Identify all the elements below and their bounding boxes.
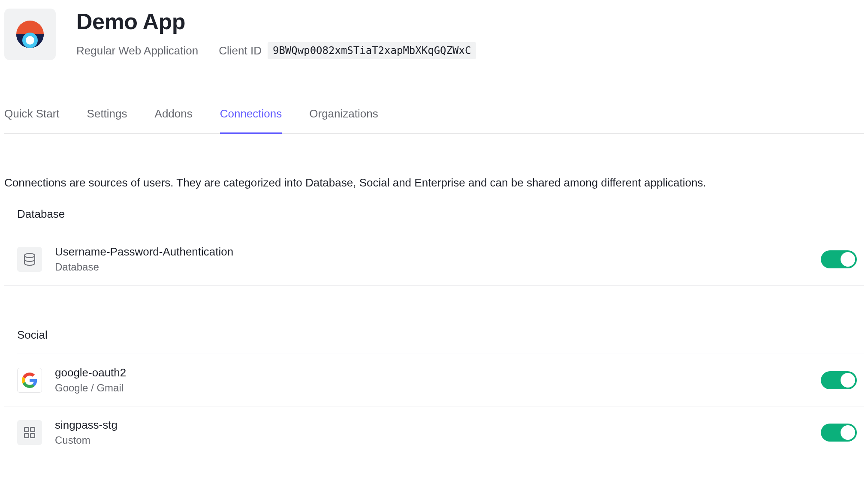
tab-organizations[interactable]: Organizations [309,107,378,133]
svg-rect-4 [30,427,35,432]
section-database-heading: Database [17,207,864,233]
database-icon [17,247,42,272]
connection-text: singpass-stg Custom [55,418,808,446]
client-id-value[interactable]: 9BWQwp0O82xmSTiaT2xapMbXKqGQZWxC [268,42,476,59]
app-logo [4,9,56,60]
connection-row-database-auth: Username-Password-Authentication Databas… [4,233,864,286]
app-logo-icon [13,17,47,51]
section-social-heading: Social [17,328,864,354]
tab-addons[interactable]: Addons [155,107,193,133]
tab-connections[interactable]: Connections [220,107,282,133]
svg-point-1 [26,36,34,45]
connection-subtitle: Google / Gmail [55,382,808,394]
svg-rect-5 [24,433,29,438]
connections-description: Connections are sources of users. They a… [4,175,864,190]
toggle-singpass[interactable] [821,424,857,442]
tab-settings[interactable]: Settings [87,107,127,133]
connection-row-singpass: singpass-stg Custom [4,406,864,458]
client-id-label: Client ID [219,44,262,57]
grid-icon [17,420,42,445]
connection-row-google: google-oauth2 Google / Gmail [4,354,864,406]
tabs: Quick Start Settings Addons Connections … [4,107,864,134]
app-title: Demo App [76,9,476,34]
connection-text: Username-Password-Authentication Databas… [55,245,808,273]
connection-subtitle: Database [55,261,808,273]
svg-point-2 [24,253,35,258]
tab-quick-start[interactable]: Quick Start [4,107,60,133]
google-icon [17,368,42,393]
svg-rect-6 [30,433,35,438]
svg-rect-3 [24,427,29,432]
section-social: Social google-oauth2 Google / Gmail [4,328,864,458]
app-header: Demo App Regular Web Application Client … [4,4,864,60]
connection-title[interactable]: Username-Password-Authentication [55,245,808,259]
header-meta: Regular Web Application Client ID 9BWQwp… [76,42,476,59]
toggle-database-auth[interactable] [821,250,857,268]
client-id-wrap: Client ID 9BWQwp0O82xmSTiaT2xapMbXKqGQZW… [219,42,476,59]
connection-subtitle: Custom [55,434,808,446]
connection-title[interactable]: singpass-stg [55,418,808,432]
connection-title[interactable]: google-oauth2 [55,366,808,379]
header-text-block: Demo App Regular Web Application Client … [76,9,476,59]
app-type-label: Regular Web Application [76,44,198,57]
section-database: Database Username-Password-Authenticatio… [4,207,864,286]
connection-text: google-oauth2 Google / Gmail [55,366,808,394]
toggle-google[interactable] [821,371,857,389]
